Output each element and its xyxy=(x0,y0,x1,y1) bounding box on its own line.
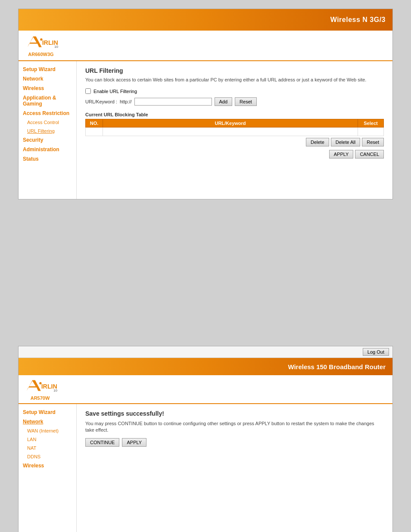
page-title: URL Filtering xyxy=(85,67,384,74)
logout-button[interactable]: Log Out xyxy=(363,348,389,356)
url-prefix: http:// xyxy=(120,99,132,104)
enable-url-filtering-checkbox[interactable] xyxy=(85,88,91,94)
reset-button-url[interactable]: Reset xyxy=(235,97,257,106)
sidebar: Setup Wizard Network Wireless Applicatio… xyxy=(19,61,77,199)
airlink-logo: IRLINK 101 AR660W3G xyxy=(24,34,58,57)
logo-svg: IRLINK 101 xyxy=(24,34,58,50)
form-section: Enable URL Filtering URL/Keyword : http:… xyxy=(85,88,384,106)
header-bar2: Wireless 150 Broadband Router xyxy=(19,358,392,375)
logout-row: Log Out xyxy=(19,346,392,358)
sidebar-item-wireless[interactable]: Wireless xyxy=(19,84,76,93)
svg-text:101: 101 xyxy=(53,389,57,392)
add-button[interactable]: Add xyxy=(215,97,233,106)
success-title: Save settings successfully! xyxy=(85,410,384,417)
col-select: Select xyxy=(358,119,384,128)
enable-url-filtering-label: Enable URL Filtering xyxy=(93,89,137,94)
success-description: You may press CONTINUE button to continu… xyxy=(85,420,384,434)
apply-button2[interactable]: APPLY xyxy=(122,438,146,447)
sidebar-item-access-control[interactable]: Access Control xyxy=(19,118,76,127)
header-bar: Wireless N 3G/3 xyxy=(19,9,392,31)
empty-no xyxy=(86,128,103,136)
sidebar-item-security[interactable]: Security xyxy=(19,135,76,145)
main-layout2: Setup Wizard Network WAN (Internet) LAN … xyxy=(19,404,392,532)
sidebar-item-setup-wizard[interactable]: Setup Wizard xyxy=(19,65,76,74)
content-area2: Save settings successfully! You may pres… xyxy=(77,404,392,532)
sidebar-item-lan[interactable]: LAN xyxy=(19,435,76,444)
url-blocking-table: NO. URL/Keyword Select xyxy=(85,119,384,136)
logo-area: IRLINK 101 AR660W3G xyxy=(19,31,392,61)
sidebar-item-ddns[interactable]: DDNS xyxy=(19,452,76,461)
model-label2: AR570W xyxy=(23,395,57,401)
svg-point-4 xyxy=(40,38,42,40)
svg-point-9 xyxy=(39,382,41,384)
sidebar-item-network2[interactable]: Network xyxy=(19,417,76,426)
spacer-between-panels xyxy=(0,208,411,346)
table-title: Current URL Blocking Table xyxy=(85,112,384,117)
delete-button[interactable]: Delete xyxy=(306,138,329,146)
main-layout: Setup Wizard Network Wireless Applicatio… xyxy=(19,61,392,199)
sidebar-item-status[interactable]: Status xyxy=(19,154,76,164)
col-no: NO. xyxy=(86,119,103,128)
sidebar-item-setup-wizard2[interactable]: Setup Wizard xyxy=(19,408,76,417)
sidebar2: Setup Wizard Network WAN (Internet) LAN … xyxy=(19,404,77,532)
product-name2: Wireless 150 Broadband Router xyxy=(288,363,386,370)
page-description: You can block access to certain Web site… xyxy=(85,77,384,83)
table-empty-row xyxy=(86,128,384,136)
apply-cancel-row: APPLY CANCEL xyxy=(85,150,384,159)
enable-checkbox-row: Enable URL Filtering xyxy=(85,88,384,94)
url-keyword-label: URL/Keyword : xyxy=(85,99,117,104)
panel2-buttons: CONTINUE APPLY xyxy=(85,438,384,447)
url-input-row: URL/Keyword : http:// Add Reset xyxy=(85,97,384,106)
continue-button[interactable]: CONTINUE xyxy=(85,438,119,447)
logo2-area: IRLINK 101 AR570W xyxy=(19,375,392,404)
panel-save-settings: Log Out Wireless 150 Broadband Router IR… xyxy=(18,346,393,532)
col-url: URL/Keyword xyxy=(103,119,358,128)
sidebar-item-administration[interactable]: Administration xyxy=(19,145,76,154)
empty-url xyxy=(103,128,358,136)
cancel-button[interactable]: CANCEL xyxy=(355,150,384,159)
reset-table-button[interactable]: Reset xyxy=(362,138,384,146)
sidebar-item-access-restriction[interactable]: Access Restriction xyxy=(19,109,76,118)
svg-text:101: 101 xyxy=(54,45,58,49)
product-name: Wireless N 3G/3 xyxy=(330,16,386,24)
table-actions: Delete Delete All Reset xyxy=(85,138,384,146)
sidebar-item-wan[interactable]: WAN (Internet) xyxy=(19,426,76,435)
content-area: URL Filtering You can block access to ce… xyxy=(77,61,392,199)
table-section: Current URL Blocking Table NO. URL/Keywo… xyxy=(85,112,384,159)
sidebar-item-nat[interactable]: NAT xyxy=(19,444,76,452)
logo-svg2: IRLINK 101 xyxy=(23,378,57,393)
empty-select xyxy=(358,128,384,136)
sidebar-item-wireless2[interactable]: Wireless xyxy=(19,461,76,470)
apply-button[interactable]: APPLY xyxy=(329,150,354,159)
url-input[interactable] xyxy=(134,98,212,106)
model-label: AR660W3G xyxy=(24,52,58,57)
airlink-logo2: IRLINK 101 AR570W xyxy=(23,378,57,401)
delete-all-button[interactable]: Delete All xyxy=(331,138,360,146)
sidebar-item-app-gaming[interactable]: Application & Gaming xyxy=(19,93,76,109)
sidebar-item-network[interactable]: Network xyxy=(19,74,76,84)
sidebar-item-url-filtering[interactable]: URL Filtering xyxy=(19,127,76,135)
panel-url-filtering: Wireless N 3G/3 IRLINK 101 AR660W3G Setu… xyxy=(18,9,393,199)
